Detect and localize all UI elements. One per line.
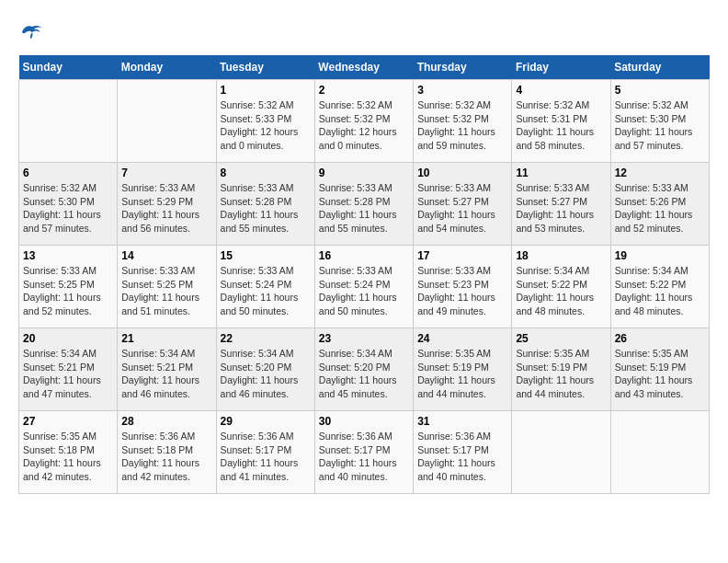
- day-info: Sunrise: 5:33 AM Sunset: 5:24 PM Dayligh…: [319, 264, 409, 318]
- day-cell: 24Sunrise: 5:35 AM Sunset: 5:19 PM Dayli…: [414, 328, 512, 411]
- day-number: 31: [417, 415, 507, 428]
- day-info: Sunrise: 5:33 AM Sunset: 5:24 PM Dayligh…: [221, 264, 311, 318]
- day-number: 4: [516, 84, 606, 97]
- weekday-header-monday: Monday: [118, 55, 216, 80]
- week-row-2: 6Sunrise: 5:32 AM Sunset: 5:30 PM Daylig…: [19, 163, 710, 246]
- day-cell: 8Sunrise: 5:33 AM Sunset: 5:28 PM Daylig…: [216, 163, 314, 246]
- header-row: SundayMondayTuesdayWednesdayThursdayFrid…: [19, 55, 710, 80]
- day-cell: 3Sunrise: 5:32 AM Sunset: 5:32 PM Daylig…: [414, 80, 512, 163]
- day-number: 9: [319, 167, 409, 179]
- day-cell: 7Sunrise: 5:33 AM Sunset: 5:29 PM Daylig…: [118, 163, 216, 246]
- day-number: 1: [221, 84, 311, 97]
- day-number: 11: [516, 167, 606, 179]
- logo: [18, 18, 50, 46]
- day-cell: [118, 80, 216, 163]
- day-info: Sunrise: 5:33 AM Sunset: 5:23 PM Dayligh…: [417, 264, 507, 318]
- day-info: Sunrise: 5:33 AM Sunset: 5:25 PM Dayligh…: [121, 264, 211, 318]
- day-info: Sunrise: 5:33 AM Sunset: 5:28 PM Dayligh…: [221, 181, 311, 236]
- day-cell: [512, 411, 610, 494]
- day-info: Sunrise: 5:35 AM Sunset: 5:19 PM Dayligh…: [615, 347, 705, 401]
- day-cell: 22Sunrise: 5:34 AM Sunset: 5:20 PM Dayli…: [216, 328, 314, 411]
- day-info: Sunrise: 5:33 AM Sunset: 5:28 PM Dayligh…: [319, 181, 409, 236]
- week-row-1: 1Sunrise: 5:32 AM Sunset: 5:33 PM Daylig…: [19, 80, 710, 163]
- day-number: 5: [615, 84, 705, 97]
- day-cell: 13Sunrise: 5:33 AM Sunset: 5:25 PM Dayli…: [19, 246, 118, 328]
- weekday-header-thursday: Thursday: [414, 55, 512, 80]
- day-number: 3: [417, 84, 507, 97]
- weekday-header-saturday: Saturday: [610, 55, 709, 80]
- logo-icon: [18, 18, 46, 46]
- weekday-header-tuesday: Tuesday: [216, 55, 314, 80]
- day-cell: 25Sunrise: 5:35 AM Sunset: 5:19 PM Dayli…: [512, 328, 610, 411]
- day-info: Sunrise: 5:36 AM Sunset: 5:17 PM Dayligh…: [319, 430, 409, 484]
- day-cell: 1Sunrise: 5:32 AM Sunset: 5:33 PM Daylig…: [216, 80, 314, 163]
- day-cell: 14Sunrise: 5:33 AM Sunset: 5:25 PM Dayli…: [118, 246, 216, 328]
- day-cell: 4Sunrise: 5:32 AM Sunset: 5:31 PM Daylig…: [512, 80, 610, 163]
- day-cell: 16Sunrise: 5:33 AM Sunset: 5:24 PM Dayli…: [314, 246, 413, 328]
- day-info: Sunrise: 5:33 AM Sunset: 5:25 PM Dayligh…: [23, 264, 113, 318]
- day-cell: 17Sunrise: 5:33 AM Sunset: 5:23 PM Dayli…: [414, 246, 512, 328]
- day-info: Sunrise: 5:35 AM Sunset: 5:18 PM Dayligh…: [23, 430, 113, 484]
- day-cell: 29Sunrise: 5:36 AM Sunset: 5:17 PM Dayli…: [216, 411, 314, 494]
- day-info: Sunrise: 5:32 AM Sunset: 5:32 PM Dayligh…: [319, 98, 409, 153]
- day-cell: [610, 411, 709, 494]
- week-row-3: 13Sunrise: 5:33 AM Sunset: 5:25 PM Dayli…: [19, 246, 710, 328]
- day-number: 2: [319, 84, 409, 97]
- day-number: 30: [319, 415, 409, 428]
- day-number: 18: [516, 249, 606, 262]
- calendar-body: 1Sunrise: 5:32 AM Sunset: 5:33 PM Daylig…: [19, 80, 710, 494]
- day-number: 10: [417, 167, 507, 179]
- day-info: Sunrise: 5:36 AM Sunset: 5:17 PM Dayligh…: [221, 430, 311, 484]
- day-number: 14: [121, 249, 211, 262]
- weekday-header-wednesday: Wednesday: [314, 55, 413, 80]
- day-number: 15: [221, 249, 311, 262]
- day-number: 13: [23, 249, 113, 262]
- day-number: 17: [417, 249, 507, 262]
- day-info: Sunrise: 5:32 AM Sunset: 5:31 PM Dayligh…: [516, 98, 606, 153]
- day-info: Sunrise: 5:35 AM Sunset: 5:19 PM Dayligh…: [516, 347, 606, 401]
- day-info: Sunrise: 5:36 AM Sunset: 5:18 PM Dayligh…: [121, 430, 211, 484]
- day-info: Sunrise: 5:34 AM Sunset: 5:20 PM Dayligh…: [221, 347, 311, 401]
- day-cell: 26Sunrise: 5:35 AM Sunset: 5:19 PM Dayli…: [610, 328, 709, 411]
- day-info: Sunrise: 5:33 AM Sunset: 5:26 PM Dayligh…: [615, 181, 705, 236]
- day-cell: 21Sunrise: 5:34 AM Sunset: 5:21 PM Dayli…: [118, 328, 216, 411]
- day-number: 8: [221, 167, 311, 179]
- day-cell: 19Sunrise: 5:34 AM Sunset: 5:22 PM Dayli…: [610, 246, 709, 328]
- day-info: Sunrise: 5:34 AM Sunset: 5:20 PM Dayligh…: [319, 347, 409, 401]
- day-number: 6: [23, 167, 113, 179]
- day-number: 25: [516, 332, 606, 345]
- day-cell: 15Sunrise: 5:33 AM Sunset: 5:24 PM Dayli…: [216, 246, 314, 328]
- week-row-4: 20Sunrise: 5:34 AM Sunset: 5:21 PM Dayli…: [19, 328, 710, 411]
- day-cell: 6Sunrise: 5:32 AM Sunset: 5:30 PM Daylig…: [19, 163, 118, 246]
- day-cell: 12Sunrise: 5:33 AM Sunset: 5:26 PM Dayli…: [610, 163, 709, 246]
- day-cell: 10Sunrise: 5:33 AM Sunset: 5:27 PM Dayli…: [414, 163, 512, 246]
- day-number: 24: [417, 332, 507, 345]
- day-info: Sunrise: 5:34 AM Sunset: 5:22 PM Dayligh…: [615, 264, 705, 318]
- calendar-header: SundayMondayTuesdayWednesdayThursdayFrid…: [19, 55, 710, 80]
- day-info: Sunrise: 5:32 AM Sunset: 5:30 PM Dayligh…: [23, 181, 113, 236]
- day-number: 19: [615, 249, 705, 262]
- day-number: 16: [319, 249, 409, 262]
- day-info: Sunrise: 5:32 AM Sunset: 5:33 PM Dayligh…: [221, 98, 311, 153]
- day-number: 26: [615, 332, 705, 345]
- day-number: 22: [221, 332, 311, 345]
- day-info: Sunrise: 5:34 AM Sunset: 5:21 PM Dayligh…: [23, 347, 113, 401]
- day-cell: 18Sunrise: 5:34 AM Sunset: 5:22 PM Dayli…: [512, 246, 610, 328]
- day-number: 27: [23, 415, 113, 428]
- day-cell: 11Sunrise: 5:33 AM Sunset: 5:27 PM Dayli…: [512, 163, 610, 246]
- day-cell: 30Sunrise: 5:36 AM Sunset: 5:17 PM Dayli…: [314, 411, 413, 494]
- day-number: 23: [319, 332, 409, 345]
- day-number: 29: [221, 415, 311, 428]
- day-cell: [19, 80, 118, 163]
- day-number: 20: [23, 332, 113, 345]
- day-cell: 27Sunrise: 5:35 AM Sunset: 5:18 PM Dayli…: [19, 411, 118, 494]
- day-cell: 2Sunrise: 5:32 AM Sunset: 5:32 PM Daylig…: [314, 80, 413, 163]
- day-cell: 23Sunrise: 5:34 AM Sunset: 5:20 PM Dayli…: [314, 328, 413, 411]
- day-info: Sunrise: 5:34 AM Sunset: 5:21 PM Dayligh…: [121, 347, 211, 401]
- day-info: Sunrise: 5:33 AM Sunset: 5:29 PM Dayligh…: [121, 181, 211, 236]
- weekday-header-friday: Friday: [512, 55, 610, 80]
- header: [18, 18, 710, 46]
- day-info: Sunrise: 5:32 AM Sunset: 5:30 PM Dayligh…: [615, 98, 705, 153]
- calendar-table: SundayMondayTuesdayWednesdayThursdayFrid…: [18, 55, 710, 494]
- day-info: Sunrise: 5:36 AM Sunset: 5:17 PM Dayligh…: [417, 430, 507, 484]
